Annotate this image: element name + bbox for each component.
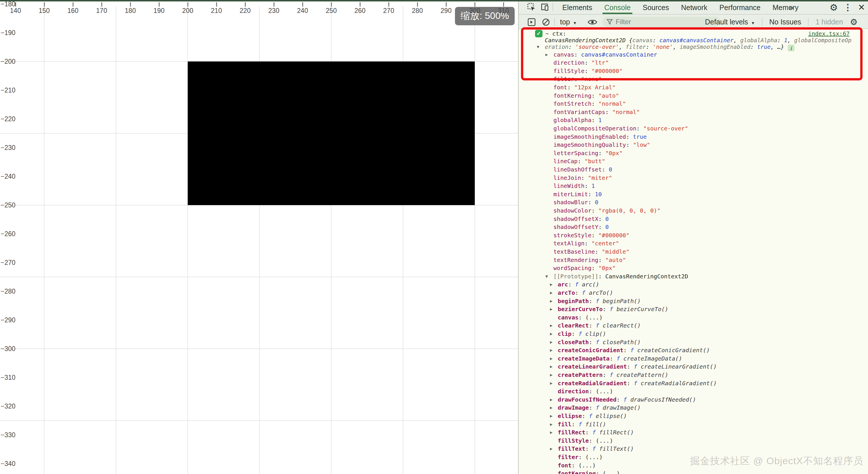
chevron-down-icon: ▼ — [751, 21, 755, 25]
ruler-label-left: −310 — [1, 374, 16, 382]
prototype-property-row[interactable]: ▶clearRect: f clearRect() — [519, 322, 641, 330]
prototype-property-row[interactable]: ▶createImageData: f createImageData() — [519, 355, 682, 363]
property-row[interactable]: textAlign: "center" — [519, 239, 619, 248]
live-expression-eye-icon[interactable] — [588, 19, 597, 26]
inspect-element-icon[interactable] — [527, 3, 536, 11]
ruler-tick — [245, 2, 246, 7]
console-filter-input[interactable]: Filter — [602, 17, 721, 27]
devtools-window-controls: ⚙ ⋮ ✕ — [830, 0, 865, 14]
canvas-workspace[interactable]: 1401501601701801902002102202302402502602… — [0, 0, 518, 474]
property-row[interactable]: lineCap: "butt" — [519, 157, 606, 166]
log-levels-select[interactable]: Default levels▼ — [705, 18, 755, 26]
toolbar-divider — [554, 18, 555, 26]
ruler-tick — [417, 2, 418, 7]
prototype-property-row[interactable]: ▶createPattern: f createPattern() — [519, 371, 668, 379]
property-row[interactable]: letterSpacing: "0px" — [519, 149, 623, 157]
hidden-messages-count: 1 hidden — [815, 18, 843, 26]
prototype-property-row[interactable]: ▶closePath: f closePath() — [519, 338, 641, 347]
prototype-property-row[interactable]: ▶beginPath: f beginPath() — [519, 297, 641, 305]
prototype-property-row[interactable]: canvas: (...) — [519, 314, 603, 322]
device-toolbar-icon[interactable] — [540, 3, 549, 11]
property-row[interactable]: imageSmoothingEnabled: true — [519, 133, 647, 141]
prototype-property-row[interactable]: ▶fill: f fill() — [519, 420, 606, 428]
ruler-label-left: −190 — [1, 29, 16, 37]
console-settings-gear-icon[interactable]: ⚙ — [850, 17, 858, 27]
prototype-property-row[interactable]: ▶arc: f arc() — [519, 280, 599, 289]
property-row[interactable]: lineDashOffset: 0 — [519, 166, 612, 174]
prototype-property-row[interactable]: ▶clip: f clip() — [519, 330, 606, 338]
ruler-label-top: 160 — [60, 7, 86, 14]
ruler-tick — [389, 2, 389, 7]
property-row[interactable]: textRendering: "auto" — [519, 256, 626, 264]
drawn-black-rectangle — [188, 61, 475, 205]
console-sidebar-toggle-icon[interactable] — [527, 18, 536, 26]
prototype-property-row[interactable]: ▶fillText: f fillText() — [519, 445, 634, 453]
property-row[interactable]: shadowBlur: 0 — [519, 198, 598, 207]
ruler-label-top: 190 — [146, 7, 172, 14]
prototype-property-row[interactable]: fillStyle: (...) — [519, 437, 613, 445]
ruler-label-left: −330 — [1, 431, 16, 439]
ruler-label-top: 220 — [232, 7, 258, 14]
ruler-label-left: −240 — [1, 172, 16, 180]
clear-console-icon[interactable] — [541, 18, 550, 26]
property-row[interactable]: font: "12px Arial" — [519, 83, 616, 92]
property-row[interactable]: imageSmoothingQuality: "low" — [519, 141, 650, 149]
settings-gear-icon[interactable]: ⚙ — [830, 2, 838, 13]
devtools-tabs: ElementsConsoleSourcesNetworkPerformance… — [561, 0, 800, 14]
property-row[interactable]: miterLimit: 10 — [519, 190, 602, 199]
property-row[interactable]: lineJoin: "miter" — [519, 174, 612, 182]
prototype-property-row[interactable]: filter: (...) — [519, 453, 603, 462]
property-row[interactable]: strokeStyle: "#000000" — [519, 231, 629, 240]
close-devtools-icon[interactable]: ✕ — [858, 2, 865, 12]
prototype-property-row[interactable]: ▶bezierCurveTo: f bezierCurveTo() — [519, 305, 668, 314]
ruler-label-left: −210 — [1, 86, 16, 94]
property-row[interactable]: globalCompositeOperation: "source-over" — [519, 124, 688, 133]
ruler-tick — [159, 2, 160, 7]
prototype-property-row[interactable]: ▶drawImage: f drawImage() — [519, 404, 641, 412]
ruler-label-left: −200 — [1, 57, 16, 65]
ruler-label-top: 280 — [405, 7, 430, 14]
ruler-tick — [360, 2, 361, 7]
console-toolbar-right: Default levels▼ No Issues 1 hidden ⚙ — [705, 14, 858, 29]
property-row[interactable]: textBaseline: "middle" — [519, 248, 629, 256]
prototype-property-row[interactable]: ▶arcTo: f arcTo() — [519, 289, 613, 297]
tab-elements[interactable]: Elements — [561, 0, 594, 14]
property-row[interactable]: wordSpacing: "0px" — [519, 264, 616, 272]
filter-funnel-icon — [607, 19, 613, 25]
issues-counter[interactable]: No Issues — [769, 18, 801, 26]
ruler-label-top: 250 — [319, 7, 344, 14]
property-row[interactable]: shadowOffsetY: 0 — [519, 223, 609, 231]
ruler-tick — [331, 2, 332, 7]
property-row[interactable]: fontStretch: "normal" — [519, 100, 626, 108]
gridline-vertical — [44, 6, 44, 474]
prototype-property-row[interactable]: ▶createConicGradient: f createConicGradi… — [519, 346, 710, 355]
prototype-property-row[interactable]: direction: (...) — [519, 387, 613, 395]
prototype-property-row[interactable]: ▶createLinearGradient: f createLinearGra… — [519, 362, 717, 371]
ruler-tick — [302, 2, 303, 7]
ruler-tick — [446, 2, 446, 7]
prototype-property-row[interactable]: ▶ellipse: f ellipse() — [519, 412, 627, 420]
more-tabs-chevron[interactable]: » — [789, 0, 793, 14]
prototype-property-row[interactable]: ▶fillRect: f fillRect() — [519, 428, 634, 437]
tab-performance[interactable]: Performance — [718, 0, 762, 14]
kebab-menu-icon[interactable]: ⋮ — [844, 2, 852, 12]
property-row[interactable]: lineWidth: 1 — [519, 182, 595, 190]
ruler-label-left: −300 — [1, 345, 16, 353]
prototype-property-row[interactable]: fontKerning: (...) — [519, 469, 620, 474]
execution-context-select[interactable]: top▼ — [560, 14, 577, 29]
prototype-property-row[interactable]: ▶drawFocusIfNeeded: f drawFocusIfNeeded(… — [519, 395, 696, 404]
tab-sources[interactable]: Sources — [641, 0, 671, 14]
property-row[interactable]: globalAlpha: 1 — [519, 116, 602, 124]
ruler-label-top: 270 — [376, 7, 401, 14]
property-row[interactable]: shadowColor: "rgba(0, 0, 0, 0)" — [519, 207, 660, 215]
ruler-tick — [503, 2, 504, 7]
tab-network[interactable]: Network — [679, 0, 709, 14]
property-row[interactable]: fontVariantCaps: "normal" — [519, 108, 640, 116]
tab-console[interactable]: Console — [602, 0, 632, 14]
prototype-property-row[interactable]: font: (...) — [519, 462, 596, 470]
prototype-property-row[interactable]: ▶createRadialGradient: f createRadialGra… — [519, 379, 717, 388]
tab-memory[interactable]: Memory — [771, 0, 800, 14]
prototype-row[interactable]: ▼[[Prototype]]: CanvasRenderingContext2D — [519, 272, 688, 281]
property-row[interactable]: shadowOffsetX: 0 — [519, 215, 609, 223]
property-row[interactable]: fontKerning: "auto" — [519, 92, 619, 100]
